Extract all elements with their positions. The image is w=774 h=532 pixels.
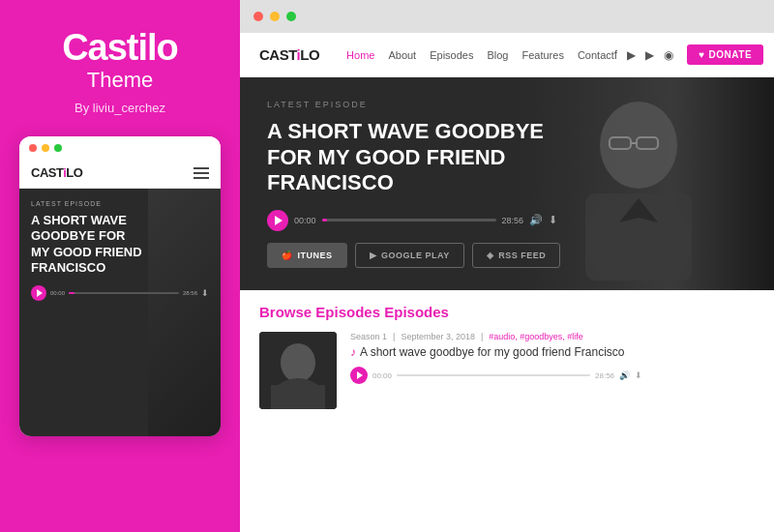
rss-icon: ◈ xyxy=(487,251,494,260)
brand-title: Castilo xyxy=(62,29,178,66)
browse-heading: Browse Episodes Episodes xyxy=(259,304,755,320)
episode-divider: | xyxy=(393,332,395,341)
mobile-episode-title: A SHORT WAVE GOODBYE FOR MY GOOD FRIEND … xyxy=(31,213,147,276)
hero-player-fill xyxy=(322,219,327,222)
browser-dot-red xyxy=(253,12,263,21)
facebook-icon[interactable]: f xyxy=(614,48,617,62)
svg-point-0 xyxy=(600,102,677,189)
nav-link-about[interactable]: About xyxy=(388,49,416,61)
mobile-time-end: 28:56 xyxy=(183,290,197,296)
svg-point-7 xyxy=(281,343,315,382)
episode-tags: #audio, #goodbyes, #life xyxy=(489,332,583,341)
episode-player-bar: 00:00 28:56 🔊 ⬇ xyxy=(350,367,755,384)
googleplay-icon: ▶ xyxy=(370,251,377,260)
nav-links: Home About Episodes Blog Features Contac… xyxy=(346,49,614,61)
left-panel: Castilo Theme By liviu_cerchez CASTiLO L… xyxy=(0,0,240,532)
hero-play-button[interactable] xyxy=(267,210,288,231)
spotify-icon[interactable]: ◉ xyxy=(664,48,673,62)
mobile-hero-bg xyxy=(148,189,221,436)
episode-play-button[interactable] xyxy=(350,367,368,384)
volume-icon[interactable]: 🔊 xyxy=(529,214,543,226)
googleplay-button[interactable]: ▶ GOOGLE PLAY xyxy=(355,243,464,268)
nav-social: f ▶ ▶ ◉ xyxy=(614,48,673,62)
episode-date: September 3, 2018 xyxy=(401,332,475,341)
hero-player-track[interactable] xyxy=(322,219,496,222)
browser-dot-green xyxy=(286,12,296,21)
dot-yellow xyxy=(42,144,49,152)
podcast-icon[interactable]: ▶ xyxy=(627,48,636,62)
episode-divider2: | xyxy=(481,332,483,341)
mobile-nav: CASTiLO xyxy=(19,160,221,189)
episode-season: Season 1 xyxy=(350,332,387,341)
desktop-logo: CASTiLO xyxy=(259,46,319,63)
itunes-button[interactable]: 🍎 ITUNES xyxy=(267,243,347,268)
hero-title: A SHORT WAVE GOODBYE FOR MY GOOD FRIEND … xyxy=(267,119,580,195)
episode-title: A short wave goodbye for my good friend … xyxy=(360,345,624,359)
desktop-nav: CASTiLO Home About Episodes Blog Feature… xyxy=(240,33,774,77)
episodes-accent: Episodes xyxy=(384,304,449,320)
mobile-progress-track[interactable] xyxy=(69,292,179,294)
hero-download-icon[interactable]: ⬇ xyxy=(549,214,557,226)
hero-content: LATEST EPISODE A SHORT WAVE GOODBYE FOR … xyxy=(240,77,608,290)
music-note-icon: ♪ xyxy=(350,345,356,359)
nav-link-blog[interactable]: Blog xyxy=(487,49,508,61)
episode-time-end: 28:56 xyxy=(595,371,614,380)
mobile-progress-fill xyxy=(69,292,74,294)
brand-subtitle: Theme xyxy=(62,68,178,93)
episode-row: Season 1 | September 3, 2018 | #audio, #… xyxy=(259,332,755,409)
apple-icon: 🍎 xyxy=(282,251,293,260)
brand-author: By liviu_cerchez xyxy=(62,101,178,115)
browse-label: Browse xyxy=(259,304,312,320)
mobile-hero: LATEST EPISODE A SHORT WAVE GOODBYE FOR … xyxy=(19,189,221,436)
nav-link-features[interactable]: Features xyxy=(521,49,563,61)
nav-link-episodes[interactable]: Episodes xyxy=(430,49,473,61)
itunes-label: ITUNES xyxy=(298,251,333,260)
desktop-hero: LATEST EPISODE A SHORT WAVE GOODBYE FOR … xyxy=(240,77,774,290)
episode-info: Season 1 | September 3, 2018 | #audio, #… xyxy=(350,332,755,384)
googleplay-label: GOOGLE PLAY xyxy=(381,251,450,260)
nav-link-contact[interactable]: Contact xyxy=(578,49,614,61)
browser-content: CASTiLO Home About Episodes Blog Feature… xyxy=(240,33,774,532)
rssfeed-label: RSS FEED xyxy=(498,251,546,260)
hero-buttons: 🍎 ITUNES ▶ GOOGLE PLAY ◈ RSS FEED xyxy=(267,243,580,268)
svg-rect-9 xyxy=(271,385,325,409)
episode-thumbnail xyxy=(259,332,337,409)
hero-latest-label: LATEST EPISODE xyxy=(267,100,580,109)
youtube-icon[interactable]: ▶ xyxy=(645,48,654,62)
mobile-hamburger-icon[interactable] xyxy=(194,167,209,179)
episode-time-start: 00:00 xyxy=(372,371,392,380)
browse-heading-accent: Episodes xyxy=(315,304,380,320)
mobile-preview: CASTiLO LATEST EPISODE A SHORT WAVE GOOD… xyxy=(19,136,221,436)
mobile-play-button[interactable] xyxy=(31,285,46,301)
dot-green xyxy=(54,144,62,152)
donate-button[interactable]: ♥ DONATE xyxy=(687,44,763,65)
episode-thumb-svg xyxy=(259,332,337,409)
rssfeed-button[interactable]: ◈ RSS FEED xyxy=(472,243,561,268)
browser-dot-yellow xyxy=(270,12,280,21)
hero-time-end: 28:56 xyxy=(502,216,524,225)
episode-volume-icon[interactable]: 🔊 xyxy=(619,370,630,380)
dot-red xyxy=(29,144,37,152)
episode-meta: Season 1 | September 3, 2018 | #audio, #… xyxy=(350,332,755,341)
mobile-logo: CASTiLO xyxy=(31,165,82,180)
donate-label: DONATE xyxy=(709,49,752,60)
nav-link-home[interactable]: Home xyxy=(346,49,374,61)
mobile-download-icon[interactable]: ⬇ xyxy=(201,288,209,298)
mobile-latest-label: LATEST EPISODE xyxy=(31,200,209,207)
hero-player: 00:00 28:56 🔊 ⬇ xyxy=(267,210,580,231)
mobile-browser-dots xyxy=(19,136,221,160)
browse-section: Browse Episodes Episodes Season 1 xyxy=(240,290,774,532)
episode-download-icon[interactable]: ⬇ xyxy=(635,370,642,380)
right-panel: CASTiLO Home About Episodes Blog Feature… xyxy=(240,0,774,532)
hero-time-start: 00:00 xyxy=(294,216,316,225)
episode-track[interactable] xyxy=(397,374,590,376)
browser-chrome xyxy=(240,0,774,33)
mobile-time-start: 00:00 xyxy=(50,290,65,296)
donate-icon: ♥ xyxy=(699,49,704,60)
episode-title-row: ♪ A short wave goodbye for my good frien… xyxy=(350,345,755,359)
mobile-player: 00:00 28:56 ⬇ xyxy=(31,285,209,301)
